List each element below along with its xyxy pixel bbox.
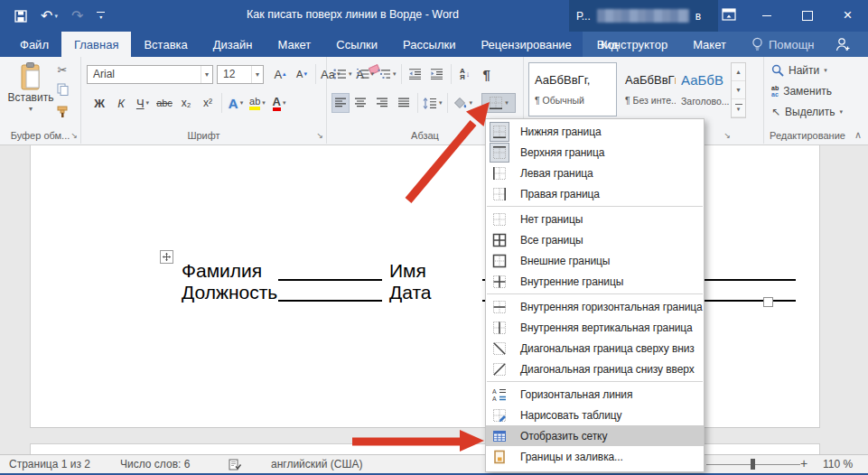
undo-caret-icon[interactable]: ▾ bbox=[54, 13, 58, 20]
underline-caret-icon[interactable]: ▾ bbox=[146, 99, 150, 107]
styles-gallery-more-button[interactable]: ▾ bbox=[732, 99, 745, 117]
table-move-handle[interactable] bbox=[160, 250, 173, 264]
font-color-caret-icon[interactable]: ▾ bbox=[283, 99, 286, 107]
tab-review[interactable]: Рецензирование bbox=[468, 32, 583, 57]
tab-home[interactable]: Главная bbox=[61, 32, 131, 57]
select-button[interactable]: ↖ Выделить ▾ bbox=[771, 106, 843, 118]
shading-button[interactable]: ▾ bbox=[451, 93, 475, 113]
line-spacing-caret-icon[interactable]: ▾ bbox=[439, 99, 443, 107]
shrink-font-button[interactable]: А▾ bbox=[291, 64, 313, 84]
align-left-button[interactable] bbox=[331, 93, 350, 113]
tab-table-design[interactable]: Конструктор bbox=[588, 38, 680, 51]
find-button[interactable]: Найти ▾ bbox=[771, 64, 827, 77]
zoom-level[interactable]: 110 % bbox=[823, 458, 853, 470]
sort-button[interactable]: АЯ ↓ bbox=[454, 64, 476, 84]
borders-caret-icon[interactable]: ▾ bbox=[505, 99, 509, 107]
borders-button[interactable]: ▾ bbox=[481, 93, 516, 113]
font-dialog-launcher[interactable]: ↘ bbox=[316, 132, 323, 140]
tab-mailings[interactable]: Рассылки bbox=[390, 32, 468, 57]
increase-indent-button[interactable] bbox=[426, 64, 448, 84]
menu-item-top-border[interactable]: Верхняя граница bbox=[486, 142, 704, 163]
shading-caret-icon[interactable]: ▾ bbox=[470, 99, 473, 107]
menu-item-view-gridlines[interactable]: Отобразить сетку bbox=[486, 425, 704, 446]
tab-layout[interactable]: Макет bbox=[265, 32, 323, 57]
tab-file[interactable]: Файл bbox=[7, 32, 61, 57]
font-color-button[interactable]: А ▾ bbox=[268, 93, 290, 113]
justify-button[interactable] bbox=[393, 93, 415, 113]
align-center-button[interactable] bbox=[350, 93, 371, 113]
text-effects-button[interactable]: А ▾ bbox=[225, 93, 247, 113]
customize-qat-button[interactable]: ▾ bbox=[97, 12, 105, 20]
menu-item-borders-and-shading[interactable]: Границы и заливка... bbox=[486, 446, 704, 467]
word-count[interactable]: Число слов: 6 bbox=[120, 458, 190, 470]
highlight-button[interactable]: ab ▾ bbox=[247, 93, 268, 113]
tab-design[interactable]: Дизайн bbox=[201, 32, 266, 57]
menu-item-left-border[interactable]: Левая граница bbox=[486, 163, 704, 183]
save-button[interactable] bbox=[14, 10, 27, 23]
styles-scroll-down-button[interactable]: ▼ bbox=[732, 81, 745, 99]
paste-button[interactable]: Вставить ▾ bbox=[7, 62, 54, 133]
clipboard-dialog-launcher[interactable]: ↘ bbox=[70, 132, 78, 140]
italic-button[interactable]: К bbox=[110, 93, 132, 113]
maximize-button[interactable] bbox=[787, 0, 827, 31]
menu-item-all-borders[interactable]: Все границы bbox=[486, 229, 704, 250]
grow-font-button[interactable]: А▴ bbox=[269, 64, 291, 84]
menu-item-no-border[interactable]: Нет границы bbox=[486, 209, 704, 229]
style-no-spacing[interactable]: АаБбВвГг, ¶ Без инте... bbox=[620, 62, 674, 116]
collapse-ribbon-button[interactable]: ∧ bbox=[854, 129, 862, 141]
tab-insert[interactable]: Вставка bbox=[131, 32, 200, 57]
bullets-button[interactable]: ▾ bbox=[331, 64, 354, 84]
font-family-caret-icon[interactable]: ▾ bbox=[201, 66, 212, 83]
replace-button[interactable]: ab ac Заменить bbox=[771, 85, 832, 98]
font-size-caret-icon[interactable]: ▾ bbox=[251, 66, 263, 83]
account-area[interactable]: Р... в bbox=[569, 0, 718, 32]
format-painter-button[interactable] bbox=[56, 106, 69, 122]
proofing-status-button[interactable] bbox=[229, 459, 242, 473]
tell-me-button[interactable]: Помощн bbox=[751, 37, 815, 52]
bold-button[interactable]: Ж bbox=[89, 93, 110, 113]
styles-dialog-launcher[interactable]: ↘ bbox=[723, 132, 731, 140]
highlight-caret-icon[interactable]: ▾ bbox=[262, 99, 266, 107]
underline-button[interactable]: Ч ▾ bbox=[132, 93, 154, 113]
ribbon-display-options-button[interactable] bbox=[722, 8, 736, 24]
table-resize-handle[interactable] bbox=[763, 297, 773, 307]
redo-button[interactable]: ↷ bbox=[71, 9, 83, 23]
tab-table-layout[interactable]: Макет bbox=[680, 38, 739, 51]
menu-item-inside-horizontal-border[interactable]: Внутренняя горизонтальная граница bbox=[486, 296, 704, 317]
share-contact-button[interactable] bbox=[835, 37, 851, 51]
bullets-caret-icon[interactable]: ▾ bbox=[349, 70, 352, 78]
menu-item-draw-table[interactable]: Нарисовать таблицу bbox=[486, 405, 704, 425]
undo-button[interactable]: ↶ ▾ bbox=[41, 9, 58, 23]
font-size-combo[interactable]: 12 ▾ bbox=[217, 65, 264, 84]
numbering-button[interactable]: ▾ bbox=[354, 64, 377, 84]
menu-item-inside-vertical-border[interactable]: Внутренняя вертикальная граница bbox=[486, 317, 704, 338]
select-caret-icon[interactable]: ▾ bbox=[839, 108, 843, 116]
zoom-in-button[interactable]: + bbox=[800, 456, 807, 470]
copy-button[interactable] bbox=[57, 83, 69, 99]
show-paragraph-marks-button[interactable]: ¶ bbox=[476, 64, 498, 84]
style-normal[interactable]: АаБбВвГг, ¶ Обычный bbox=[528, 62, 617, 116]
close-button[interactable]: × bbox=[827, 0, 868, 31]
font-family-combo[interactable]: Arial ▾ bbox=[87, 65, 213, 84]
page-indicator[interactable]: Страница 1 из 2 bbox=[9, 458, 90, 470]
menu-item-horizontal-line[interactable]: A A Горизонтальная линия bbox=[486, 384, 704, 405]
text-effects-caret-icon[interactable]: ▾ bbox=[240, 99, 244, 107]
menu-item-bottom-border[interactable]: Нижняя граница bbox=[486, 121, 704, 142]
line-spacing-button[interactable]: ▾ bbox=[421, 93, 444, 113]
menu-item-diagonal-down-border[interactable]: Диагональная граница сверху вниз bbox=[486, 338, 704, 359]
minimize-button[interactable] bbox=[746, 0, 787, 31]
menu-item-right-border[interactable]: Правая граница bbox=[486, 183, 704, 204]
menu-item-inside-borders[interactable]: Внутренние границы bbox=[486, 271, 704, 292]
menu-item-outside-borders[interactable]: Внешние границы bbox=[486, 250, 704, 271]
paste-caret-icon[interactable]: ▾ bbox=[29, 105, 33, 113]
zoom-slider-thumb[interactable] bbox=[751, 459, 755, 470]
tab-references[interactable]: Ссылки bbox=[323, 32, 390, 57]
decrease-indent-button[interactable] bbox=[405, 64, 426, 84]
strikethrough-button[interactable]: abc bbox=[154, 93, 175, 113]
superscript-button[interactable]: x² bbox=[197, 93, 219, 113]
multilevel-list-button[interactable]: ▾ bbox=[376, 64, 398, 84]
language-indicator[interactable]: английский (США) bbox=[271, 458, 362, 470]
multilevel-caret-icon[interactable]: ▾ bbox=[393, 70, 397, 78]
align-right-button[interactable] bbox=[371, 93, 393, 113]
cut-button[interactable]: ✂ bbox=[58, 64, 68, 77]
